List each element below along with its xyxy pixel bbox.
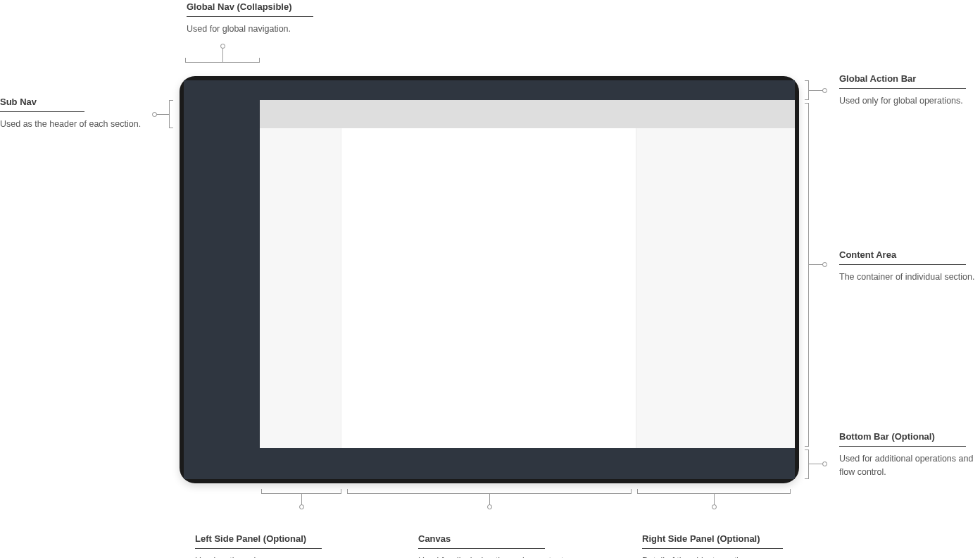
connector-bottom-bar-h [808,464,824,464]
region-left-side-panel [260,128,341,448]
callout-title: Left Side Panel (Optional) [195,533,322,549]
callout-desc: Used as the header of each section. [0,118,148,131]
callout-canvas: Canvas Used for displaying the major con… [418,532,566,558]
callout-title: Right Side Panel (Optional) [642,533,783,549]
callout-global-action-bar: Global Action Bar Used only for global o… [839,72,966,108]
region-right-side-panel [636,128,795,448]
callout-title: Canvas [418,533,545,549]
connector-global-action-bar-h [808,90,824,91]
connector-dot-icon [822,88,827,93]
callout-desc: Used as the sub nav [195,554,322,558]
region-global-nav-sidebar [184,80,260,479]
callout-desc: Detail of the objects on the canvas. [642,554,783,558]
callout-bottom-bar: Bottom Bar (Optional) Used for additiona… [839,430,980,479]
callout-title: Bottom Bar (Optional) [839,431,966,447]
connector-content-area-h [808,264,824,265]
callout-desc: Used for additional operations and flow … [839,452,980,479]
connector-dot-icon [712,504,717,509]
bracket-global-nav [185,62,260,63]
callout-desc: Used for global navigation. [187,23,313,36]
callout-title: Content Area [839,249,966,265]
callout-global-nav: Global Nav (Collapsible) Used for global… [187,0,313,36]
region-global-action-bar [184,80,795,100]
callout-desc: The container of individual section. [839,271,974,284]
region-sub-nav [260,100,795,128]
connector-global-nav-v [222,47,223,62]
connector-dot-icon [220,44,225,49]
connector-sub-nav-h [156,114,169,115]
callout-desc: Used for displaying the major content of… [418,554,566,558]
region-canvas [341,128,636,448]
callout-title: Global Nav (Collapsible) [187,1,313,17]
callout-desc: Used only for global operations. [839,94,966,108]
bracket-sub-nav [169,100,170,128]
device-frame [180,76,799,483]
connector-dot-icon [822,262,827,267]
callout-left-side-panel: Left Side Panel (Optional) Used as the s… [195,532,322,558]
connector-dot-icon [152,112,157,117]
region-bottom-bar [260,448,795,479]
bracket-content-area [808,103,809,447]
connector-dot-icon [822,461,827,466]
callout-content-area: Content Area The container of individual… [839,248,974,284]
callout-title: Global Action Bar [839,73,966,89]
device-screen [184,80,795,479]
bracket-bottom-bar [808,450,809,479]
connector-dot-icon [487,504,492,509]
connector-dot-icon [299,504,304,509]
callout-title: Sub Nav [0,97,84,112]
callout-sub-nav: Sub Nav Used as the header of each secti… [0,95,148,131]
callout-right-side-panel: Right Side Panel (Optional) Detail of th… [642,532,783,558]
